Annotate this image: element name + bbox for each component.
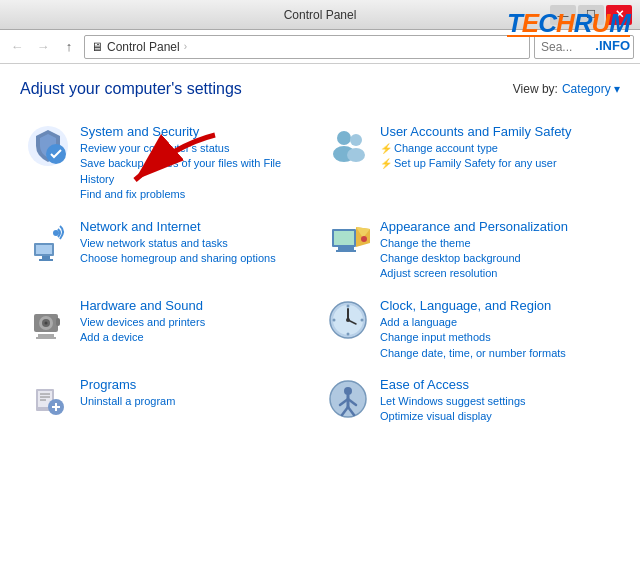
svg-point-30	[347, 304, 350, 307]
forward-button[interactable]: →	[32, 36, 54, 58]
system-security-link-2[interactable]: Save backup copies of your files with Fi…	[80, 156, 314, 187]
appearance-link-1[interactable]: Change the theme	[380, 236, 614, 251]
svg-rect-13	[338, 247, 354, 250]
system-security-link-1[interactable]: Review your computer's status	[80, 141, 314, 156]
network-internet-icon	[26, 219, 70, 263]
system-security-title[interactable]: System and Security	[80, 124, 314, 139]
appearance-link-3[interactable]: Adjust screen resolution	[380, 266, 614, 281]
ease-of-access-title[interactable]: Ease of Access	[380, 377, 614, 392]
hardware-sound-icon	[26, 298, 70, 342]
clock-link-3[interactable]: Change date, time, or number formats	[380, 346, 614, 361]
ease-of-access-link-2[interactable]: Optimize visual display	[380, 409, 614, 424]
svg-rect-8	[42, 256, 50, 259]
svg-rect-24	[36, 337, 56, 339]
maximize-button[interactable]: ☐	[578, 5, 604, 25]
svg-rect-12	[334, 231, 354, 245]
title-bar: Control Panel — ☐ ✕	[0, 0, 640, 30]
svg-point-5	[347, 148, 365, 162]
system-security-text: System and Security Review your computer…	[80, 124, 314, 203]
hardware-sound-text: Hardware and Sound View devices and prin…	[80, 298, 314, 346]
content-header: Adjust your computer's settings View by:…	[20, 80, 620, 98]
close-button[interactable]: ✕	[606, 5, 632, 25]
address-bar: ← → ↑ 🖥 Control Panel ›	[0, 30, 640, 64]
svg-rect-23	[38, 334, 54, 337]
svg-point-10	[53, 230, 59, 236]
system-security-link-3[interactable]: Find and fix problems	[80, 187, 314, 202]
clock-text: Clock, Language, and Region Add a langua…	[380, 298, 614, 361]
ease-of-access-link-1[interactable]: Let Windows suggest settings	[380, 394, 614, 409]
svg-rect-7	[36, 245, 52, 254]
hardware-sound-link-1[interactable]: View devices and printers	[80, 315, 314, 330]
view-by-value: Category	[562, 82, 611, 96]
category-system-security[interactable]: System and Security Review your computer…	[20, 116, 320, 211]
clock-icon	[326, 298, 370, 342]
appearance-title[interactable]: Appearance and Personalization	[380, 219, 614, 234]
programs-text: Programs Uninstall a program	[80, 377, 314, 409]
dropdown-arrow-icon: ▾	[614, 82, 620, 96]
main-content: Adjust your computer's settings View by:…	[0, 64, 640, 572]
user-accounts-link-1[interactable]: ⚡Change account type	[380, 141, 614, 156]
view-by-label: View by:	[513, 82, 558, 96]
svg-point-4	[350, 134, 362, 146]
system-security-icon	[26, 124, 70, 168]
page-title: Adjust your computer's settings	[20, 80, 242, 98]
minimize-button[interactable]: —	[550, 5, 576, 25]
hardware-sound-link-2[interactable]: Add a device	[80, 330, 314, 345]
up-button[interactable]: ↑	[58, 36, 80, 58]
programs-icon	[26, 377, 70, 421]
breadcrumb-root: Control Panel	[107, 40, 180, 54]
network-internet-title[interactable]: Network and Internet	[80, 219, 314, 234]
svg-point-29	[346, 318, 350, 322]
window-title: Control Panel	[284, 8, 357, 22]
user-accounts-icon	[326, 124, 370, 168]
search-input[interactable]	[534, 35, 634, 59]
svg-point-31	[361, 318, 364, 321]
network-internet-link-2[interactable]: Choose homegroup and sharing options	[80, 251, 314, 266]
programs-title[interactable]: Programs	[80, 377, 314, 392]
category-appearance[interactable]: Appearance and Personalization Change th…	[320, 211, 620, 290]
category-hardware-sound[interactable]: Hardware and Sound View devices and prin…	[20, 290, 320, 369]
user-accounts-title[interactable]: User Accounts and Family Safety	[380, 124, 614, 139]
breadcrumb-icon: 🖥	[91, 40, 103, 54]
window-controls: — ☐ ✕	[550, 5, 632, 25]
user-accounts-text: User Accounts and Family Safety ⚡Change …	[380, 124, 614, 172]
svg-point-32	[347, 332, 350, 335]
clock-link-2[interactable]: Change input methods	[380, 330, 614, 345]
category-user-accounts[interactable]: User Accounts and Family Safety ⚡Change …	[320, 116, 620, 211]
clock-link-1[interactable]: Add a language	[380, 315, 614, 330]
category-network-internet[interactable]: Network and Internet View network status…	[20, 211, 320, 290]
appearance-link-2[interactable]: Change desktop background	[380, 251, 614, 266]
hardware-sound-title[interactable]: Hardware and Sound	[80, 298, 314, 313]
clock-title[interactable]: Clock, Language, and Region	[380, 298, 614, 313]
category-programs[interactable]: Programs Uninstall a program	[20, 369, 320, 433]
breadcrumb[interactable]: 🖥 Control Panel ›	[84, 35, 530, 59]
category-clock[interactable]: Clock, Language, and Region Add a langua…	[320, 290, 620, 369]
view-by-dropdown[interactable]: Category ▾	[562, 82, 620, 96]
categories-grid: System and Security Review your computer…	[20, 116, 620, 433]
svg-point-21	[45, 321, 48, 324]
ease-of-access-text: Ease of Access Let Windows suggest setti…	[380, 377, 614, 425]
svg-rect-22	[56, 318, 60, 326]
ease-of-access-icon	[326, 377, 370, 421]
category-ease-of-access[interactable]: Ease of Access Let Windows suggest setti…	[320, 369, 620, 433]
svg-rect-14	[336, 250, 356, 252]
svg-point-2	[337, 131, 351, 145]
programs-link-1[interactable]: Uninstall a program	[80, 394, 314, 409]
svg-point-17	[361, 236, 367, 242]
user-accounts-link-2[interactable]: ⚡Set up Family Safety for any user	[380, 156, 614, 171]
back-button[interactable]: ←	[6, 36, 28, 58]
svg-point-33	[333, 318, 336, 321]
network-internet-link-1[interactable]: View network status and tasks	[80, 236, 314, 251]
appearance-text: Appearance and Personalization Change th…	[380, 219, 614, 282]
network-internet-text: Network and Internet View network status…	[80, 219, 314, 267]
appearance-icon	[326, 219, 370, 263]
view-by-control: View by: Category ▾	[513, 82, 620, 96]
breadcrumb-separator: ›	[184, 41, 187, 52]
svg-rect-9	[39, 259, 53, 261]
